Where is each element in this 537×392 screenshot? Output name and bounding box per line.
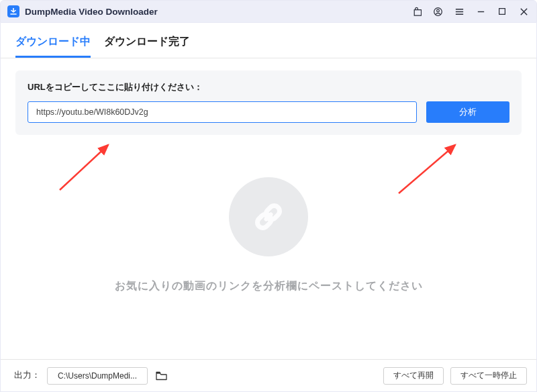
pause-all-button[interactable]: すべて一時停止 (450, 367, 527, 385)
link-icon (229, 177, 308, 256)
close-icon[interactable] (518, 5, 530, 17)
account-icon[interactable] (432, 5, 444, 17)
app-logo-icon (7, 5, 19, 17)
app-title: DumpMedia Video Downloader (25, 7, 410, 17)
empty-message: お気に入りの動画のリンクを分析欄にペーストしてください (115, 279, 423, 293)
tab-bar: ダウンロード中 ダウンロード完了 (1, 23, 536, 58)
svg-point-1 (436, 9, 439, 12)
resume-all-button[interactable]: すべて再開 (383, 367, 444, 385)
open-folder-icon[interactable] (154, 369, 168, 383)
output-label: 出力： (14, 370, 40, 381)
window-controls (410, 5, 530, 17)
empty-state: お気に入りの動画のリンクを分析欄にペーストしてください (1, 177, 536, 293)
url-row: 分析 (28, 101, 509, 123)
url-panel: URLをコピーしてここに貼り付けください： 分析 (15, 70, 522, 135)
analyze-button[interactable]: 分析 (426, 101, 509, 123)
main-frame: ダウンロード中 ダウンロード完了 URLをコピーしてここに貼り付けください： 分… (0, 23, 537, 392)
url-label: URLをコピーしてここに貼り付けください： (28, 81, 509, 93)
maximize-icon[interactable] (496, 5, 508, 17)
footer: 出力： C:\Users\DumpMedi... すべて再開 すべて一時停止 (1, 359, 536, 391)
output-path-field[interactable]: C:\Users\DumpMedi... (47, 367, 148, 385)
minimize-icon[interactable] (475, 5, 487, 17)
menu-icon[interactable] (453, 5, 465, 17)
tab-downloading[interactable]: ダウンロード中 (15, 35, 91, 58)
titlebar: DumpMedia Video Downloader (0, 0, 537, 23)
shop-icon[interactable] (410, 5, 422, 17)
svg-rect-2 (499, 9, 505, 15)
url-input[interactable] (28, 101, 417, 123)
tab-downloaded[interactable]: ダウンロード完了 (104, 35, 190, 58)
